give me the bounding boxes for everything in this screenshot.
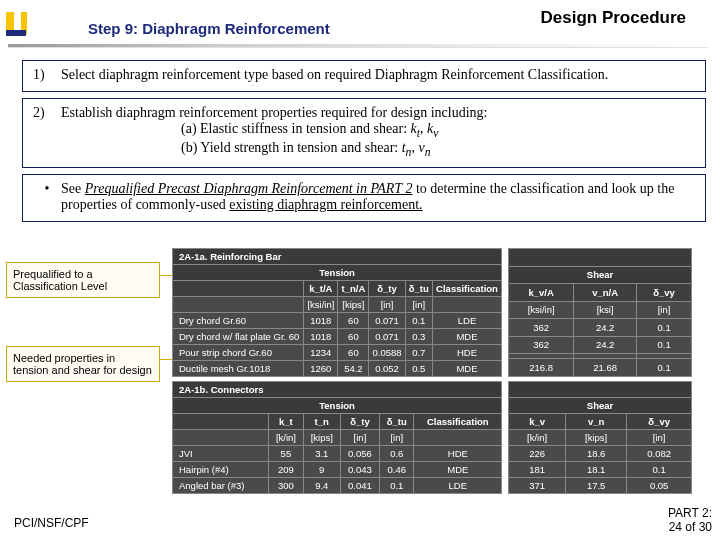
- steps-list: 1) Select diaphragm reinforcement type b…: [22, 60, 706, 228]
- step-num: 1): [33, 67, 61, 83]
- table-2a1b-shear: Sheark_vv_nδ_vy[k/in][kips][in]22618.60.…: [508, 381, 692, 494]
- caption-properties: Needed properties in tension and shear f…: [6, 346, 160, 390]
- footer-right: PART 2: 24 of 30: [668, 506, 712, 534]
- logo-mark: [6, 12, 26, 42]
- bullet-icon: •: [33, 181, 61, 213]
- bullet-body: See Prequalified Precast Diaphragm Reinf…: [61, 181, 695, 213]
- tables: 2A-1a. Reinforcing BarTensionk_t/At_n/Aδ…: [172, 248, 692, 498]
- step-body: Establish diaphragm reinforcement proper…: [61, 105, 695, 159]
- footer-left: PCI/NSF/CPF: [14, 516, 89, 530]
- table-2a1a-shear: Sheark_v/Av_n/Aδ_vy[ksi/in][ksi][in]3622…: [508, 248, 692, 377]
- step-title: Step 9: Diaphragm Reinforcement: [88, 20, 330, 37]
- step-body: Select diaphragm reinforcement type base…: [61, 67, 695, 83]
- step-1: 1) Select diaphragm reinforcement type b…: [22, 60, 706, 92]
- step-num: 2): [33, 105, 61, 159]
- step-2: 2) Establish diaphragm reinforcement pro…: [22, 98, 706, 168]
- step-2a: (a) Elastic stiffness in tension and she…: [181, 121, 695, 140]
- caption-classification: Prequalified to a Classification Level: [6, 262, 160, 306]
- table-2a1b-tension: 2A-1b. ConnectorsTensionk_tt_nδ_tyδ_tuCl…: [172, 381, 502, 494]
- step-bullet: • See Prequalified Precast Diaphragm Rei…: [22, 174, 706, 222]
- step-2b: (b) Yield strength in tension and shear:…: [181, 140, 695, 159]
- corner-title: Design Procedure: [541, 8, 687, 28]
- header: Step 9: Diaphragm Reinforcement Design P…: [0, 0, 720, 54]
- table-2a1a-tension: 2A-1a. Reinforcing BarTensionk_t/At_n/Aδ…: [172, 248, 502, 377]
